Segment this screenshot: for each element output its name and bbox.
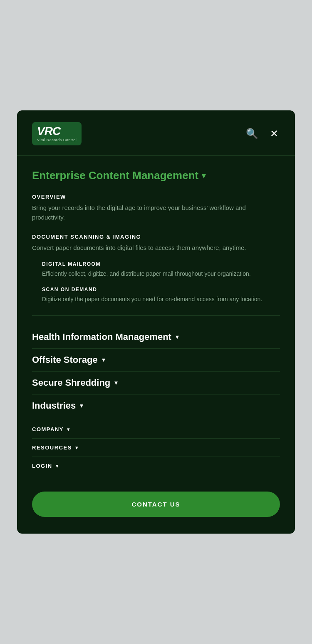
document-scanning-section: DOCUMENT SCANNING & IMAGING Convert pape… <box>32 234 280 304</box>
logo[interactable]: VRC Vital Records Control <box>32 122 82 145</box>
active-section-title-text: Enterprise Content Management <box>32 169 198 182</box>
overview-section: OVERVIEW Bring your records into the dig… <box>32 194 280 222</box>
nav-item-industries[interactable]: Industries ▾ <box>32 394 280 417</box>
doc-scanning-title: DOCUMENT SCANNING & IMAGING <box>32 234 280 240</box>
small-nav-login-chevron: ▾ <box>56 463 59 469</box>
overview-title: OVERVIEW <box>32 194 280 200</box>
logo-vrc-text: VRC <box>37 125 60 137</box>
page-wrapper: VRC Vital Records Control 🔍 ✕ Enterprise… <box>0 0 312 644</box>
small-nav-company[interactable]: COMPANY ▾ <box>32 420 280 439</box>
small-nav-list: COMPANY ▾ RESOURCES ▾ LOGIN ▾ <box>32 420 280 475</box>
small-nav-company-chevron: ▾ <box>67 426 70 432</box>
close-button[interactable]: ✕ <box>268 127 280 140</box>
active-section-header[interactable]: Enterprise Content Management ▾ <box>32 169 280 182</box>
small-nav-company-label: COMPANY <box>32 426 64 432</box>
main-divider <box>32 315 280 316</box>
scan-on-demand-title: SCAN ON DEMAND <box>42 287 280 292</box>
header: VRC Vital Records Control 🔍 ✕ <box>17 110 295 156</box>
main-nav-list: Health Information Management ▾ Offsite … <box>32 326 280 417</box>
nav-item-offsite-chevron: ▾ <box>102 356 105 364</box>
nav-item-industries-label: Industries <box>32 401 76 410</box>
small-nav-resources[interactable]: RESOURCES ▾ <box>32 439 280 457</box>
nav-item-shredding[interactable]: Secure Shredding ▾ <box>32 372 280 394</box>
contact-us-button[interactable]: CONTACT US <box>32 492 280 517</box>
nav-item-him-label: Health Information Management <box>32 332 171 342</box>
digital-mailroom-desc: Efficiently collect, digitize, and distr… <box>42 270 280 278</box>
close-icon: ✕ <box>270 128 278 139</box>
small-nav-resources-label: RESOURCES <box>32 444 72 451</box>
search-button[interactable]: 🔍 <box>244 127 260 140</box>
overview-desc: Bring your records into the digital age … <box>32 203 280 222</box>
digital-mailroom-title: DIGITAL MAILROOM <box>42 261 280 267</box>
scan-on-demand-desc: Digitize only the paper documents you ne… <box>42 295 280 304</box>
nav-item-offsite-label: Offsite Storage <box>32 355 98 364</box>
header-icons: 🔍 ✕ <box>244 127 280 140</box>
small-nav-login-label: LOGIN <box>32 463 52 469</box>
active-section-chevron: ▾ <box>202 171 206 180</box>
doc-scanning-desc: Convert paper documents into digital fil… <box>32 243 280 253</box>
nav-item-him[interactable]: Health Information Management ▾ <box>32 326 280 349</box>
nav-item-offsite[interactable]: Offsite Storage ▾ <box>32 349 280 372</box>
nav-item-him-chevron: ▾ <box>176 333 179 341</box>
nav-item-industries-chevron: ▾ <box>80 402 83 409</box>
menu-content: Enterprise Content Management ▾ OVERVIEW… <box>17 156 295 534</box>
search-icon: 🔍 <box>246 128 258 139</box>
small-nav-login[interactable]: LOGIN ▾ <box>32 457 280 475</box>
nav-item-shredding-label: Secure Shredding <box>32 378 110 387</box>
mobile-menu-modal: VRC Vital Records Control 🔍 ✕ Enterprise… <box>17 110 295 534</box>
nav-item-shredding-chevron: ▾ <box>114 379 118 387</box>
digital-mailroom-subsection: DIGITAL MAILROOM Efficiently collect, di… <box>32 261 280 278</box>
logo-subtitle-text: Vital Records Control <box>37 138 77 142</box>
small-nav-resources-chevron: ▾ <box>75 444 78 451</box>
scan-on-demand-subsection: SCAN ON DEMAND Digitize only the paper d… <box>32 287 280 304</box>
